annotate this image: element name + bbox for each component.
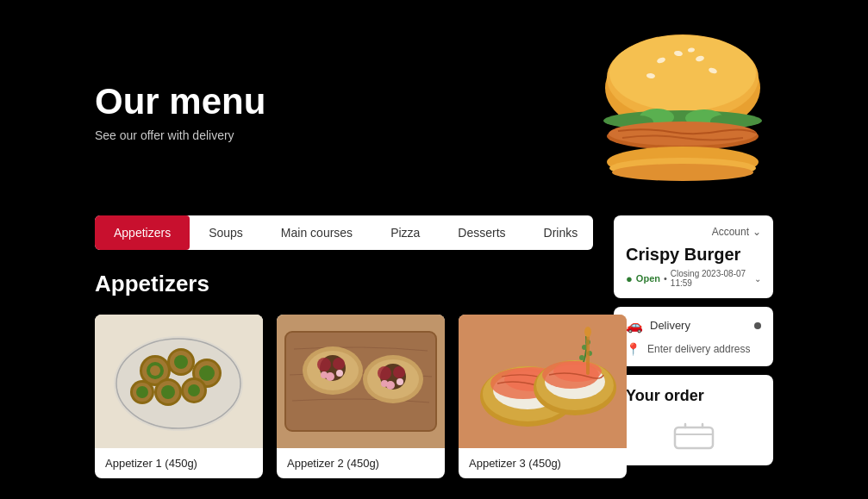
section-title: Appetizers [95,271,593,297]
food-card-label-3: Appetizer 3 (450g) [459,448,627,478]
food-card-image-2 [277,315,445,448]
svg-point-77 [584,327,591,337]
restaurant-name: Crispy Burger [626,245,761,265]
delivery-left: 🚗 Delivery [626,317,690,334]
tab-appetizers[interactable]: Appetizers [95,215,190,250]
status-separator: • [664,273,667,284]
svg-point-72 [579,355,584,360]
address-row[interactable]: 📍 Enter delivery address [626,342,761,356]
sidebar: Account ⌄ Crispy Burger ● Open • Closing… [614,215,773,465]
food-card-image-1 [95,315,263,448]
delivery-row: 🚗 Delivery [626,317,761,334]
svg-point-31 [199,365,215,381]
hero-title: Our menu [95,82,265,122]
main-area: Appetizers Soups Main courses Pizza Dess… [0,215,868,478]
tab-pizza[interactable]: Pizza [372,215,439,250]
status-row: ● Open • Closing 2023-08-07 11:59 ⌄ [626,269,761,288]
status-closing: Closing 2023-08-07 11:59 [671,269,751,288]
hero-text: Our menu See our offer with delivery [95,82,265,142]
svg-rect-76 [586,332,590,375]
status-dot: ● [626,272,633,285]
tab-desserts[interactable]: Desserts [439,215,524,250]
svg-point-34 [161,385,175,399]
svg-point-2 [609,35,756,111]
chevron-down-icon: ⌄ [752,226,761,238]
svg-point-18 [612,164,753,181]
tab-soups[interactable]: Soups [190,215,262,250]
svg-point-51 [321,371,328,378]
your-order-title: Your order [626,387,704,405]
hero-section: Our menu See our offer with delivery [0,0,868,215]
address-placeholder: Enter delivery address [647,343,750,355]
restaurant-card: Account ⌄ Crispy Burger ● Open • Closing… [614,215,773,298]
status-chevron-icon[interactable]: ⌄ [754,274,761,284]
food-card-3[interactable]: Appetizer 3 (450g) [459,315,627,478]
food-card-1[interactable]: Appetizer 1 (450g) [95,315,263,478]
svg-point-50 [336,370,343,377]
account-row[interactable]: Account ⌄ [626,226,761,238]
svg-point-25 [150,365,160,376]
food-card-2[interactable]: Appetizer 2 (450g) [277,315,445,478]
your-order-card: Your order [614,375,773,465]
tab-drinks[interactable]: Drinks [525,215,593,250]
food-card-label-2: Appetizer 2 (450g) [277,448,445,478]
food-card-label-1: Appetizer 1 (450g) [95,448,263,478]
car-icon: 🚗 [626,317,643,334]
category-tabs: Appetizers Soups Main courses Pizza Dess… [95,215,593,250]
delivery-dropdown-icon[interactable] [754,322,761,329]
svg-point-56 [393,366,405,378]
status-open: Open [636,273,660,284]
svg-point-37 [188,384,200,396]
delivery-card: 🚗 Delivery 📍 Enter delivery address [614,307,773,366]
tab-main-courses[interactable]: Main courses [262,215,372,250]
hero-subtitle: See our offer with delivery [95,128,265,142]
svg-point-28 [174,355,188,369]
svg-point-47 [317,358,331,371]
svg-point-40 [136,386,148,398]
account-label: Account [712,226,749,238]
svg-point-59 [381,380,388,387]
burger-svg [592,34,773,190]
svg-point-48 [333,358,345,370]
left-content: Appetizers Soups Main courses Pizza Dess… [95,215,593,478]
delivery-label: Delivery [650,319,690,332]
food-card-image-3 [459,315,627,448]
hero-burger-image [592,34,773,190]
cart-icon [673,421,715,453]
svg-rect-78 [675,427,713,448]
svg-point-58 [397,378,403,385]
svg-point-55 [378,366,391,380]
food-grid: Appetizer 1 (450g) [95,315,593,478]
pin-icon: 📍 [626,342,640,356]
cart-icon-wrapper [626,421,761,453]
